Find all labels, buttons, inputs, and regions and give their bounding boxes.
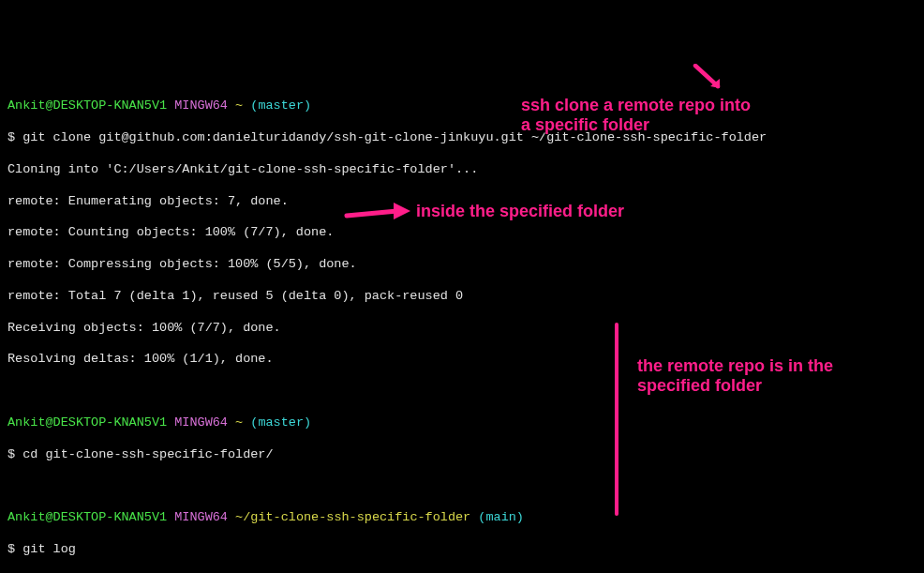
prompt-env: MINGW64 — [174, 510, 228, 524]
prompt-user: Ankit@DESKTOP-KNAN5V1 — [7, 415, 167, 430]
prompt-env: MINGW64 — [174, 98, 228, 113]
terminal-output: Ankit@DESKTOP-KNAN5V1 MINGW64 ~ (master)… — [7, 83, 917, 573]
annotation-inside-folder: inside the specified folder — [416, 202, 624, 221]
prompt-branch: (master) — [250, 415, 311, 430]
prompt-path: ~ — [235, 415, 243, 430]
prompt-env: MINGW64 — [174, 415, 228, 430]
prompt-3: Ankit@DESKTOP-KNAN5V1 MINGW64 ~/git-clon… — [7, 510, 917, 526]
annotation-vertical-bar — [615, 323, 618, 516]
prompt-path: ~/git-clone-ssh-specific-folder — [235, 510, 470, 524]
annotation-ssh-clone: ssh clone a remote repo into a specific … — [521, 96, 765, 134]
output-line: Cloning into 'C:/Users/Ankit/git-clone-s… — [7, 162, 917, 178]
prompt-branch: (master) — [250, 98, 311, 113]
command-git-clone: $ git clone git@github.com:danielturidan… — [7, 130, 917, 146]
output-line: remote: Counting objects: 100% (7/7), do… — [7, 225, 917, 241]
output-line: Receiving objects: 100% (7/7), done. — [7, 321, 917, 337]
prompt-user: Ankit@DESKTOP-KNAN5V1 — [7, 510, 167, 524]
command-cd: $ cd git-clone-ssh-specific-folder/ — [7, 447, 917, 463]
prompt-2: Ankit@DESKTOP-KNAN5V1 MINGW64 ~ (master) — [7, 415, 917, 431]
prompt-1: Ankit@DESKTOP-KNAN5V1 MINGW64 ~ (master) — [7, 98, 917, 114]
prompt-user: Ankit@DESKTOP-KNAN5V1 — [7, 98, 167, 113]
prompt-branch: (main) — [478, 510, 524, 524]
annotation-remote-repo: the remote repo is in the specified fold… — [637, 356, 853, 395]
prompt-path: ~ — [235, 98, 243, 113]
command-git-log: $ git log — [7, 542, 917, 558]
output-line: remote: Total 7 (delta 1), reused 5 (del… — [7, 289, 917, 305]
output-line: remote: Compressing objects: 100% (5/5),… — [7, 257, 917, 273]
